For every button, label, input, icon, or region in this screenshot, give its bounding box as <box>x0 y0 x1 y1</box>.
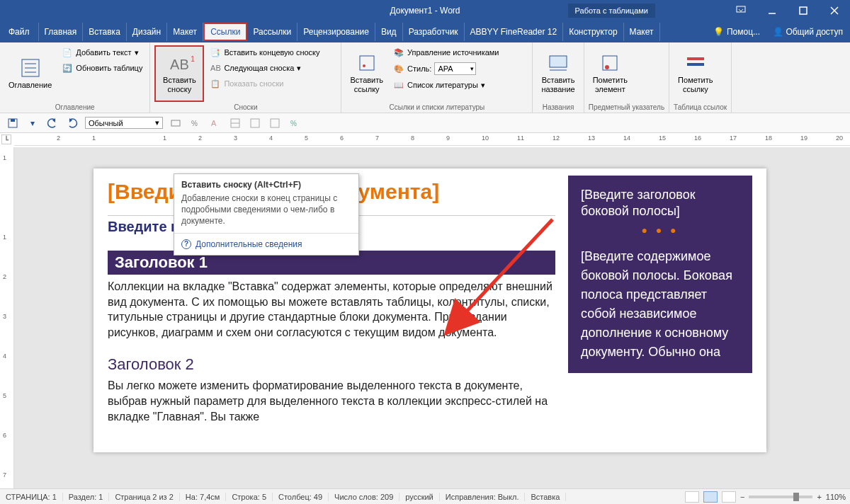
qat-btn-6[interactable] <box>268 116 282 130</box>
qat-btn-5[interactable] <box>248 116 262 130</box>
tab-design[interactable]: Дизайн <box>127 23 167 41</box>
tooltip-insert-footnote: Вставить сноску (Alt+Ctrl+F) Добавление … <box>174 173 359 256</box>
zoom-value[interactable]: 110% <box>826 493 846 501</box>
tab-table-design[interactable]: Конструктор <box>563 23 623 41</box>
mark-citation-icon <box>684 52 707 74</box>
insert-caption-button[interactable]: Вставить название <box>537 45 579 101</box>
add-text-label: Добавить текст <box>76 48 131 57</box>
window-title: Документ1 - Word <box>390 6 460 16</box>
qat-btn-2[interactable]: % <box>188 116 203 130</box>
qat-dropdown[interactable]: ▾ <box>26 116 40 130</box>
status-section[interactable]: Раздел: 1 <box>63 493 110 501</box>
status-track[interactable]: Исправления: Выкл. <box>440 493 526 501</box>
document-canvas[interactable]: [Введите заголовок документа] Введите по… <box>14 147 850 488</box>
group-index-label: Предметный указатель <box>589 102 664 111</box>
tab-review[interactable]: Рецензирование <box>298 23 375 41</box>
minimize-button[interactable] <box>756 0 788 21</box>
footnote-ab-icon: АВ1 <box>170 57 189 73</box>
style-combo-qat[interactable]: Обычный▾ <box>85 117 163 129</box>
save-button[interactable] <box>6 116 20 130</box>
tab-mailings[interactable]: Рассылки <box>247 23 298 41</box>
redo-button[interactable] <box>65 116 79 130</box>
status-line[interactable]: Строка: 5 <box>226 493 273 501</box>
insert-footnote-button[interactable]: АВ1 Вставить сноску <box>154 45 204 102</box>
tab-layout[interactable]: Макет <box>167 23 203 41</box>
manage-sources-button[interactable]: 📚Управление источниками <box>390 45 502 59</box>
tooltip-more-label: Дополнительные сведения <box>196 239 302 249</box>
sidebar-box[interactable]: [Введите заголовок боковой полосы] ● ● ●… <box>568 176 752 373</box>
ribbon: Оглавление 📄Добавить текст ▾ 🔄Обновить т… <box>0 42 850 113</box>
biblio-icon: 📖 <box>393 79 404 91</box>
svg-point-10 <box>363 64 366 67</box>
mark-entry-icon <box>599 52 621 74</box>
zoom-in-button[interactable]: + <box>817 493 821 501</box>
style-combo[interactable]: APA▾ <box>434 62 475 75</box>
tab-table-layout[interactable]: Макет <box>624 23 660 41</box>
ribbon-options-icon[interactable] <box>725 0 756 21</box>
ruler-horizontal[interactable]: 211234567891011121314151617181920 <box>14 133 850 146</box>
tooltip-more-link[interactable]: ?Дополнительные сведения <box>174 233 358 255</box>
svg-rect-24 <box>251 119 259 127</box>
share-button[interactable]: 👤 Общий доступ <box>766 27 850 37</box>
group-toa-label: Таблица ссылок <box>674 102 727 111</box>
update-icon: 🔄 <box>62 62 73 74</box>
zoom-slider[interactable] <box>749 496 812 498</box>
tell-me-label: Помоц... <box>727 27 760 37</box>
view-read-button[interactable] <box>685 491 699 503</box>
ruler-vertical[interactable]: ┗ 112345678 <box>0 147 14 488</box>
qat-row: ▾ Обычный▾ % A % <box>0 113 850 133</box>
group-captions-label: Названия <box>537 102 579 111</box>
group-index: Пометить элемент Предметный указатель <box>584 42 669 113</box>
svg-rect-9 <box>360 56 374 70</box>
style-value: APA <box>438 64 453 73</box>
group-toc-label: Оглавление <box>4 102 145 111</box>
svg-rect-16 <box>687 63 704 66</box>
mark-entry-button[interactable]: Пометить элемент <box>589 45 632 101</box>
status-pages[interactable]: Страница 2 из 2 <box>109 493 179 501</box>
toc-button[interactable]: Оглавление <box>4 45 56 101</box>
status-lang[interactable]: русский <box>400 493 439 501</box>
tab-finereader[interactable]: ABBYY FineReader 12 <box>465 23 564 41</box>
next-footnote-button[interactable]: ABСледующая сноска ▾ <box>207 61 322 75</box>
maximize-button[interactable] <box>788 0 819 21</box>
caption-label: Вставить название <box>541 76 574 93</box>
qat-btn-4[interactable] <box>228 116 242 130</box>
toc-label: Оглавление <box>8 81 52 90</box>
add-text-button[interactable]: 📄Добавить текст ▾ <box>59 45 145 59</box>
qat-btn-1[interactable] <box>169 116 183 130</box>
style-icon: 🎨 <box>393 63 404 74</box>
insert-citation-button[interactable]: Вставить ссылку <box>346 45 387 101</box>
status-mode[interactable]: Вставка <box>525 493 566 501</box>
insert-endnote-button[interactable]: 📑Вставить концевую сноску <box>207 45 322 59</box>
tab-references[interactable]: Ссылки <box>203 23 247 41</box>
status-words[interactable]: Число слов: 209 <box>329 493 400 501</box>
bibliography-button[interactable]: 📖Список литературы ▾ <box>390 78 502 92</box>
tab-developer[interactable]: Разработчик <box>403 23 465 41</box>
add-text-icon: 📄 <box>62 47 73 58</box>
tab-file[interactable]: Файл <box>0 23 39 41</box>
view-web-button[interactable] <box>722 491 736 503</box>
svg-text:%: % <box>191 120 198 127</box>
qat-btn-7[interactable]: % <box>288 116 302 130</box>
heading-2[interactable]: Заголовок 2 <box>108 355 555 374</box>
close-button[interactable] <box>819 0 850 21</box>
tab-view[interactable]: Вид <box>375 23 403 41</box>
status-col[interactable]: Столбец: 49 <box>273 493 329 501</box>
ruler-corner-icon[interactable]: ┗ <box>1 134 11 144</box>
statusbar: СТРАНИЦА: 1 Раздел: 1 Страница 2 из 2 На… <box>0 488 850 504</box>
svg-text:%: % <box>290 120 297 127</box>
tell-me[interactable]: 💡Помоц... <box>708 27 766 37</box>
qat-btn-3[interactable]: A <box>208 116 222 130</box>
mark-citation-button[interactable]: Пометить ссылку <box>674 45 717 101</box>
paragraph-1[interactable]: Коллекции на вкладке "Вставка" содержат … <box>108 279 555 340</box>
update-toc-button[interactable]: 🔄Обновить таблицу <box>59 61 145 75</box>
tab-home[interactable]: Главная <box>39 23 84 41</box>
zoom-out-button[interactable]: − <box>740 493 744 501</box>
undo-button[interactable] <box>45 116 60 130</box>
status-page[interactable]: СТРАНИЦА: 1 <box>0 493 63 501</box>
svg-rect-11 <box>550 56 567 67</box>
status-pos[interactable]: На: 7,4см <box>180 493 227 501</box>
tab-insert[interactable]: Вставка <box>83 23 127 41</box>
paragraph-2[interactable]: Вы легко можете изменить форматирование … <box>108 378 555 424</box>
view-print-button[interactable] <box>703 491 718 503</box>
